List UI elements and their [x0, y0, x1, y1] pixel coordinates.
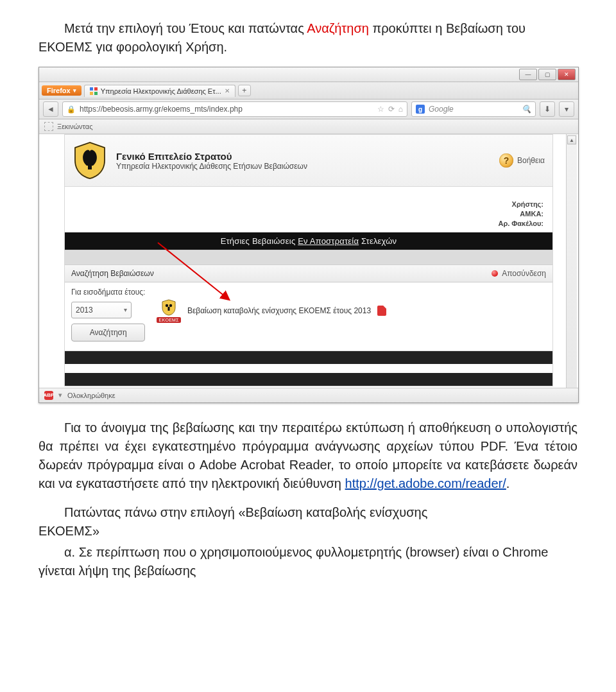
page-title-a: Ετήσιες Βεβαιώσεις: [221, 236, 298, 246]
reload-icon[interactable]: ⟳: [388, 105, 395, 114]
svg-point-4: [166, 304, 168, 306]
mini-emblem-icon: [161, 299, 176, 316]
google-icon: g: [416, 105, 425, 114]
grey-spacer: [65, 250, 552, 265]
browser-status-bar: ABP ▾ Ολοκληρώθηκε: [39, 388, 578, 402]
window-close-button[interactable]: ✕: [558, 69, 576, 80]
svg-rect-2: [90, 92, 93, 95]
dark-strip-1: [65, 351, 552, 364]
svg-rect-0: [90, 87, 93, 91]
toolbar-search-label: Αναζήτηση Βεβαιώσεων: [71, 269, 154, 278]
site-viewport: ▲ Γενικό Επιτελείο Στρατού: [39, 134, 578, 388]
logout-label: Αποσύνδεση: [502, 269, 546, 278]
help-link[interactable]: ? Βοήθεια: [499, 153, 545, 168]
site-header: Γενικό Επιτελείο Στρατού Υπηρεσία Ηλεκτρ…: [65, 135, 552, 187]
search-go-icon[interactable]: 🔍: [522, 105, 531, 114]
white-gap: [65, 364, 552, 373]
intro-paragraph: Μετά την επιλογή του Έτους και πατώντας …: [38, 19, 578, 56]
toolbar-menu-button[interactable]: ▾: [559, 101, 574, 117]
page-title-b: Εν Αποστρατεία: [298, 236, 359, 246]
bookmarks-toolbar: Ξεκινώντας: [39, 119, 578, 134]
year-select[interactable]: 2013 ▾: [71, 302, 132, 318]
site-title: Γενικό Επιτελείο Στρατού: [116, 151, 307, 162]
search-form-row: Για εισοδήματα έτους: 2013 ▾ Αναζήτηση: [65, 282, 552, 351]
army-emblem-icon: [73, 141, 107, 180]
svg-point-5: [169, 304, 172, 306]
ekoems-tag: EKOEMΣ: [157, 317, 180, 323]
p1-a: Μετά την επιλογή του Έτους και πατώντας: [64, 21, 307, 35]
url-bar-icons: ☆ ⟳ ⌂: [377, 105, 403, 114]
scroll-up-icon[interactable]: ▲: [567, 135, 576, 144]
p1-red: Αναζήτηση: [307, 21, 369, 35]
para-chrome: α. Σε περίπτωση που ο χρησιμοποιούμενος …: [38, 543, 578, 580]
window-minimize-button[interactable]: —: [519, 69, 537, 80]
para-click-cert: Πατώντας πάνω στην επιλογή «Βεβαίωση κατ…: [38, 503, 578, 541]
svg-rect-6: [168, 307, 170, 311]
year-dropdown-icon: ▾: [124, 306, 127, 313]
lock-icon: 🔒: [67, 105, 76, 114]
tab-title: Υπηρεσία Ηλεκτρονικής Διάθεσης Ετ...: [101, 87, 221, 95]
home-icon[interactable]: ⌂: [398, 105, 403, 114]
p4: α. Σε περίπτωση που ο χρησιμοποιούμενος …: [38, 545, 549, 578]
help-icon: ?: [499, 153, 513, 168]
amka-label: ΑΜΚΑ:: [520, 210, 543, 218]
abp-dropdown-icon[interactable]: ▾: [58, 391, 62, 399]
search-bar[interactable]: g Google 🔍: [411, 101, 536, 117]
status-text: Ολοκληρώθηκε: [67, 392, 116, 399]
dark-strip-2: [65, 373, 552, 386]
result-badge: EKOEMΣ: [157, 299, 180, 323]
bookmark-placeholder-icon: [44, 122, 53, 131]
site-container: Γενικό Επιτελείο Στρατού Υπηρεσία Ηλεκτρ…: [64, 134, 553, 386]
p3-left: ΕΚΟΕΜΣ»: [38, 524, 99, 538]
site-titles: Γενικό Επιτελείο Στρατού Υπηρεσία Ηλεκτρ…: [116, 151, 307, 171]
toolbar: Αναζήτηση Βεβαιώσεων Αποσύνδεση: [65, 265, 552, 282]
p3-right: Πατώντας πάνω στην επιλογή «Βεβαίωση κατ…: [64, 505, 427, 519]
search-button[interactable]: Αναζήτηση: [71, 324, 145, 342]
search-placeholder: Google: [429, 105, 454, 114]
user-label: Χρήστης:: [512, 200, 543, 208]
bookmark-item[interactable]: Ξεκινώντας: [57, 123, 92, 130]
year-label: Για εισοδήματα έτους:: [71, 288, 145, 297]
fakelos-label: Αρ. Φακέλου:: [498, 220, 543, 227]
page-title-c: Στελεχών: [359, 236, 397, 246]
bookmark-star-icon[interactable]: ☆: [377, 105, 384, 114]
browser-nav-row: ◄ 🔒 https://bebeosis.army.gr/ekoems_mts/…: [39, 99, 578, 119]
adobe-reader-link[interactable]: http://get.adobe.com/reader/: [345, 476, 506, 490]
year-value: 2013: [76, 306, 93, 315]
tab-close-icon[interactable]: ✕: [225, 87, 230, 94]
pdf-icon[interactable]: [377, 306, 386, 316]
url-text: https://bebeosis.army.gr/ekoems_mts/inde…: [80, 105, 243, 114]
para-pdf: Για το άνοιγμα της βεβαίωσης και την περ…: [38, 419, 578, 493]
site-subtitle: Υπηρεσία Ηλεκτρονικής Διάθεσης Ετήσιων Β…: [116, 162, 307, 171]
svg-rect-1: [94, 87, 98, 91]
browser-tab[interactable]: Υπηρεσία Ηλεκτρονικής Διάθεσης Ετ... ✕: [84, 85, 235, 97]
result-link[interactable]: Βεβαίωση καταβολής ενίσχυσης ΕΚΟΕΜΣ έτου…: [187, 306, 371, 315]
url-bar[interactable]: 🔒 https://bebeosis.army.gr/ekoems_mts/in…: [62, 101, 407, 117]
result-row: EKOEMΣ Βεβαίωση καταβολής ενίσχυσης ΕΚΟΕ…: [157, 288, 386, 323]
logout-link[interactable]: Αποσύνδεση: [492, 269, 546, 278]
page-title-bar: Ετήσιες Βεβαιώσεις Εν Αποστρατεία Στελεχ…: [65, 232, 552, 250]
year-column: Για εισοδήματα έτους: 2013 ▾ Αναζήτηση: [71, 288, 145, 342]
firefox-menu-button[interactable]: Firefox: [42, 85, 81, 96]
svg-rect-3: [94, 92, 98, 95]
help-label: Βοήθεια: [517, 156, 545, 165]
browser-tab-row: Firefox Υπηρεσία Ηλεκτρονικής Διάθεσης Ε…: [39, 82, 578, 99]
new-tab-button[interactable]: +: [238, 85, 251, 96]
toolbar-search-title: Αναζήτηση Βεβαιώσεων: [71, 269, 154, 278]
window-titlebar: — ▢ ✕: [39, 67, 578, 82]
window-maximize-button[interactable]: ▢: [538, 69, 556, 80]
p2-b: .: [506, 476, 510, 490]
browser-screenshot: — ▢ ✕ Firefox Υπηρεσία Ηλεκτρονικής Διάθ…: [38, 67, 579, 403]
download-button[interactable]: ⬇: [540, 101, 555, 117]
user-info-block: Χρήστης: ΑΜΚΑ: Αρ. Φακέλου:: [65, 187, 552, 232]
scrollbar[interactable]: ▲: [566, 134, 577, 388]
logout-icon: [492, 270, 498, 277]
back-button[interactable]: ◄: [43, 101, 58, 117]
abp-icon[interactable]: ABP: [44, 391, 53, 400]
tab-favicon: [90, 87, 98, 95]
